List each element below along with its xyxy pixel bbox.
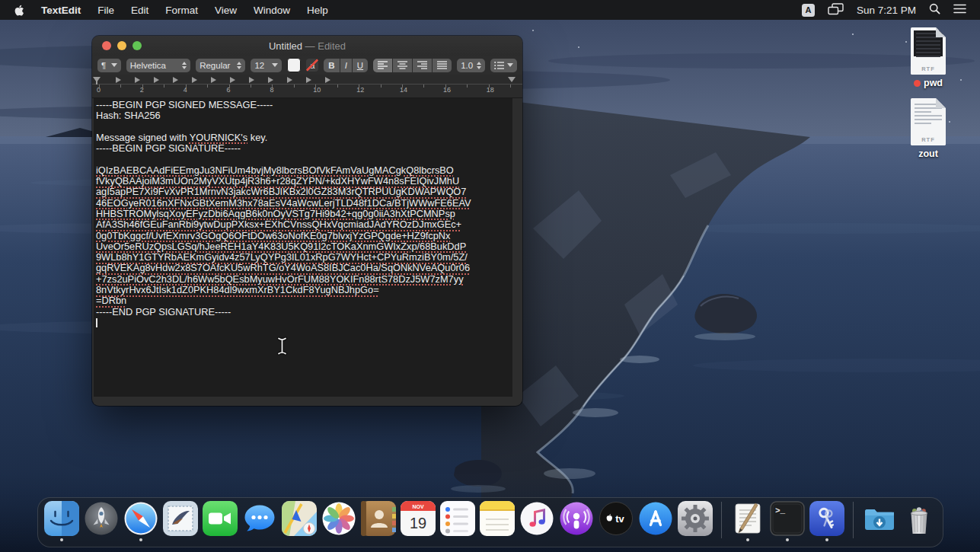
tab-stop-marker[interactable] <box>173 77 178 83</box>
paragraph-styles-button[interactable]: ¶ <box>97 59 121 72</box>
spotlight-search-icon[interactable] <box>929 3 940 17</box>
tab-stop-marker[interactable] <box>116 77 121 83</box>
input-source-icon[interactable]: A <box>802 4 815 17</box>
menu-item-textedit[interactable]: TextEdit <box>33 5 89 16</box>
justify-button[interactable] <box>433 59 452 72</box>
text-color-well[interactable] <box>287 58 301 72</box>
editor-line: gqRVEKAg8vHdw2x8S7OAfcKU5wRhTG/oY4WoAS8I… <box>96 263 512 273</box>
tab-stop-marker[interactable] <box>287 77 292 83</box>
editor-line <box>96 122 512 132</box>
desktop-icon-zout[interactable]: RTFzout <box>898 98 959 159</box>
dock-separator <box>853 502 854 538</box>
ruler-number: 18 <box>487 86 494 94</box>
apple-menu-icon[interactable] <box>0 5 33 16</box>
tab-stop-marker[interactable] <box>306 77 311 83</box>
text-content-area[interactable]: -----BEGIN PGP SIGNED MESSAGE-----Hash: … <box>94 98 512 397</box>
stepper-icon <box>477 62 481 69</box>
list-icon <box>494 62 504 69</box>
bold-button[interactable]: B <box>324 59 339 72</box>
tab-stop-marker[interactable] <box>154 77 159 83</box>
dock-icon-reminders[interactable] <box>440 501 475 542</box>
rtf-file-icon: RTF <box>911 98 946 145</box>
tab-stop-marker[interactable] <box>135 77 140 83</box>
menu-item-format[interactable]: Format <box>157 5 206 16</box>
minimize-button[interactable] <box>117 41 126 50</box>
menu-item-view[interactable]: View <box>206 5 245 16</box>
editor-line: 46EOGyeR016nXFNxGBtXemM3hx78aEsV4aWcwLer… <box>96 198 512 209</box>
font-style-select[interactable]: Regular <box>196 59 245 72</box>
editor-line: UveOr5eRUzQpsLGSq/hJeeREH1aY4K83U5KQ91l2… <box>96 241 512 252</box>
menu-bar-clock[interactable]: Sun 7:21 PM <box>857 5 916 16</box>
underline-button[interactable]: U <box>353 59 368 72</box>
list-style-select[interactable] <box>490 59 517 72</box>
editor-line: agI5apPE7Xi9FvXvPR1MrnvN3jakcWr6BJIKBx2l… <box>96 187 512 197</box>
dock-icon-textedit[interactable] <box>730 501 765 542</box>
dock-icon-facetime[interactable] <box>203 501 238 542</box>
italic-button[interactable]: I <box>340 59 352 72</box>
zoom-button[interactable] <box>132 41 142 50</box>
running-indicator <box>786 538 789 541</box>
dock-icon-notes[interactable] <box>480 501 515 542</box>
running-indicator <box>746 538 749 541</box>
text-caret <box>96 318 97 327</box>
tab-stop-marker[interactable] <box>268 77 273 83</box>
tab-stop-marker[interactable] <box>230 77 235 83</box>
editor-line: HHBSTROMylsqXoyEFyzDbi6AqgB6k0nOyVSTg7Hi… <box>96 209 512 219</box>
highlight-color-well[interactable]: a <box>306 59 318 72</box>
dock-icon-photos[interactable] <box>321 501 356 542</box>
dock-icon-launchpad[interactable] <box>84 501 119 542</box>
font-size-select[interactable]: 12 <box>251 59 282 72</box>
dock-icon-podcasts[interactable] <box>559 501 594 542</box>
ruler-tick <box>229 85 230 88</box>
dock-separator <box>721 502 722 538</box>
align-left-button[interactable] <box>373 59 392 72</box>
ruler-number: 12 <box>356 86 364 94</box>
screen-mirroring-icon[interactable] <box>828 3 844 18</box>
dock-icon-tv[interactable]: tv <box>599 501 634 542</box>
menu-item-edit[interactable]: Edit <box>123 5 157 16</box>
dock-icon-mail[interactable] <box>163 501 198 542</box>
tab-stop-marker[interactable] <box>325 77 330 83</box>
menu-item-file[interactable]: File <box>89 5 123 16</box>
dock-icon-keychain-access[interactable] <box>809 501 844 542</box>
dock-icon-appstore[interactable] <box>638 501 673 542</box>
svg-text:NOV: NOV <box>412 504 424 509</box>
dock-icon-contacts[interactable] <box>361 501 396 542</box>
notification-center-icon[interactable] <box>953 4 966 16</box>
app-menu-items: TextEditFileEditFormatViewWindowHelp <box>33 5 337 16</box>
ruler-number: 16 <box>443 86 451 94</box>
dock-icon-calendar[interactable]: NOV19 <box>401 501 436 542</box>
dock-icon-system-preferences[interactable] <box>678 501 713 542</box>
dock-icon-finder[interactable] <box>44 501 79 542</box>
svg-text:tv: tv <box>615 513 624 525</box>
tab-stop-marker[interactable] <box>192 77 197 83</box>
menu-item-help[interactable]: Help <box>298 5 337 16</box>
right-indent-marker[interactable] <box>508 77 516 82</box>
tab-stop-marker[interactable] <box>249 77 254 83</box>
close-button[interactable] <box>102 41 111 50</box>
menu-item-window[interactable]: Window <box>245 5 298 16</box>
window-title-bar[interactable]: Untitled — Edited <box>92 36 522 56</box>
dock-icon-maps[interactable] <box>282 501 317 542</box>
line-spacing-stepper[interactable]: 1.0 <box>457 59 485 72</box>
dock-icon-terminal[interactable]: >_ <box>770 501 805 542</box>
dock-icon-safari[interactable] <box>123 501 158 542</box>
tab-stop-marker[interactable] <box>211 77 216 83</box>
font-family-select[interactable]: Helvetica <box>126 59 190 72</box>
dock-icon-trash[interactable] <box>902 501 937 542</box>
ruler-tick <box>489 85 490 88</box>
desktop-icon-pwd[interactable]: RTFpwd <box>898 27 959 88</box>
ruler-tick <box>164 85 164 88</box>
red-tag-icon <box>914 80 921 87</box>
align-center-button[interactable] <box>393 59 412 72</box>
align-right-button[interactable] <box>413 59 432 72</box>
dock-icon-messages[interactable] <box>242 501 277 542</box>
dock-icon-downloads[interactable] <box>862 501 897 542</box>
dock: NOV19tv>_ <box>37 497 943 547</box>
dock-icon-music[interactable] <box>519 501 554 542</box>
format-toolbar: ¶ Helvetica Regular 12 a B I U <box>92 56 522 75</box>
ruler-tick <box>381 85 381 88</box>
ruler-tick <box>294 85 295 88</box>
ruler-tick <box>142 85 143 88</box>
ruler-tick <box>251 85 251 88</box>
